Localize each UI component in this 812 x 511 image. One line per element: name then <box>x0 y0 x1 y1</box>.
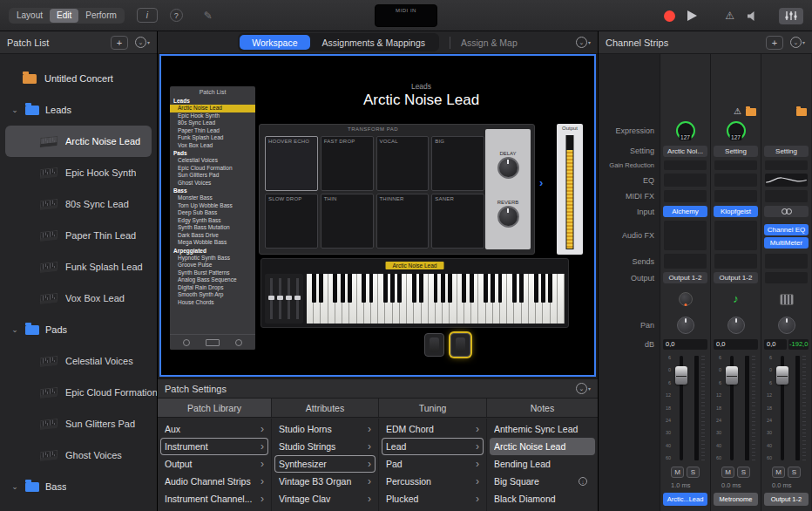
mini-patch-item[interactable]: Digital Rain Drops <box>170 284 255 292</box>
mini-patch-item[interactable]: 80s Sync Lead <box>170 119 255 127</box>
transform-pad[interactable]: VOCAL <box>376 136 430 191</box>
volume-fader[interactable] <box>730 356 734 460</box>
patch-row[interactable]: Celestial Voices <box>0 345 157 377</box>
next-page-chevron[interactable]: › <box>539 176 543 189</box>
eq-thumbnail[interactable] <box>765 174 808 187</box>
mini-patch-item[interactable]: Smooth Synth Arp <box>170 291 255 299</box>
strip-name[interactable]: Arctic...Lead <box>663 493 707 506</box>
patch-row[interactable]: Arctic Noise Lead <box>5 126 152 157</box>
chevron-down-icon[interactable]: ⌄ <box>10 106 19 114</box>
black-key[interactable] <box>498 274 503 303</box>
black-key[interactable] <box>434 274 438 303</box>
audio-fx-slot[interactable] <box>714 221 757 249</box>
tab-attributes[interactable]: Attributes <box>272 399 379 417</box>
black-key[interactable] <box>548 274 552 303</box>
add-patch-button[interactable]: + <box>111 36 128 50</box>
transform-pad[interactable]: THINNER <box>376 194 430 249</box>
black-key[interactable] <box>484 274 488 303</box>
black-key[interactable] <box>470 274 474 303</box>
tab-tuning[interactable]: Tuning <box>379 399 487 417</box>
patch-row[interactable]: Funk Splash Lead <box>0 251 157 283</box>
library-item[interactable]: Vintage Clav› <box>272 490 378 508</box>
patch-group-row[interactable]: ⌄Pads <box>0 314 157 345</box>
mini-patch-item[interactable]: Paper Thin Lead <box>170 127 255 135</box>
library-item[interactable]: Vintage B3 Organ› <box>272 473 378 490</box>
black-key[interactable] <box>448 274 452 303</box>
black-key[interactable] <box>312 274 316 303</box>
concert-row[interactable]: Untitled Concert <box>0 63 157 94</box>
mute-button[interactable]: M <box>671 467 684 478</box>
patch-row[interactable]: Epic Cloud Formation <box>0 377 157 408</box>
library-item[interactable]: Black Diamond <box>487 490 598 508</box>
setting-field[interactable]: Setting <box>764 146 809 157</box>
gain-reduction-slot[interactable] <box>664 160 707 171</box>
volume-fader[interactable] <box>680 356 683 460</box>
audio-fx-plugin[interactable]: Channel EQ <box>764 224 809 235</box>
strip-name[interactable]: Output 1-2 <box>764 493 809 506</box>
black-key[interactable] <box>412 274 416 303</box>
mini-patch-item[interactable]: Vox Box Lead <box>170 142 255 150</box>
expression-knob[interactable]: 127 <box>676 121 695 140</box>
solo-button[interactable]: S <box>788 467 801 478</box>
mini-patch-item[interactable]: Mega Wobble Bass <box>170 239 255 247</box>
black-key[interactable] <box>419 274 423 303</box>
edit-pencil-icon[interactable]: ✎ <box>204 10 213 22</box>
transform-pad[interactable]: SLOW DROP <box>265 194 318 249</box>
workspace-screen[interactable]: Leads Arctic Noise Lead Patch List Leads… <box>159 54 596 377</box>
pan-knob[interactable] <box>727 317 745 334</box>
patch-row[interactable]: 80s Sync Lead <box>0 188 157 220</box>
patch-row[interactable]: Epic Hook Synth <box>0 157 157 188</box>
library-item[interactable]: Bending Lead <box>487 455 598 473</box>
patch-row[interactable]: Monster Bass <box>0 502 157 511</box>
mini-patch-item[interactable]: Edgy Synth Bass <box>170 217 255 225</box>
reverb-knob[interactable] <box>497 206 519 228</box>
library-item[interactable]: Instrument› <box>160 438 268 455</box>
play-button[interactable] <box>687 10 697 21</box>
tab-assignments-mappings[interactable]: Assignments & Mappings <box>310 35 437 50</box>
volume-value[interactable]: 0,0 <box>714 339 758 350</box>
sends-slot[interactable] <box>765 254 808 268</box>
patch-group-row[interactable]: ⌄Leads <box>0 94 157 126</box>
midi-fx-slot[interactable] <box>714 190 757 202</box>
library-item[interactable]: Output› <box>158 455 271 473</box>
mini-patch-item[interactable]: Synth Bass Mutation <box>170 224 255 232</box>
output-field[interactable]: Output 1-2 <box>663 272 707 283</box>
black-key[interactable] <box>491 274 495 303</box>
workspace-menu-button[interactable]: ⌄▾ <box>576 37 591 48</box>
mini-patch-item[interactable]: Epic Cloud Formation <box>170 165 255 173</box>
mini-patch-item[interactable]: Deep Sub Bass <box>170 209 255 217</box>
input-plugin[interactable]: Klopfgeist <box>714 206 758 217</box>
library-item[interactable]: Synthesizer› <box>274 455 376 473</box>
fader-cap[interactable] <box>675 366 687 385</box>
add-channel-strip-button[interactable]: + <box>766 36 783 50</box>
channel-strips-menu-button[interactable]: ⌄▾ <box>790 37 805 48</box>
tab-notes[interactable]: Notes <box>487 399 598 417</box>
setting-field[interactable]: Arctic Noi... <box>663 146 707 157</box>
mini-patch-item[interactable]: Funk Splash Lead <box>170 134 255 142</box>
fader-cap[interactable] <box>776 366 788 385</box>
channel-strip-output[interactable]: Setting Channel EQ MultiMeter <box>761 54 811 511</box>
help-button[interactable]: ? <box>170 9 183 22</box>
library-item[interactable]: Anthemic Sync Lead <box>487 420 598 438</box>
pan-knob[interactable] <box>677 317 694 334</box>
gain-reduction-slot[interactable] <box>714 160 757 171</box>
black-key[interactable] <box>369 274 374 303</box>
sends-slot[interactable] <box>664 254 707 268</box>
mini-patch-item[interactable]: Sun Glitters Pad <box>170 172 255 180</box>
mini-patch-item[interactable]: Hypnotic Synth Bass <box>170 255 255 262</box>
patch-row[interactable]: Vox Box Lead <box>0 283 157 314</box>
mode-edit-button[interactable]: Edit <box>50 9 78 23</box>
volume-value[interactable]: 0,0 <box>764 339 787 350</box>
channel-strip-arctic-noise-lead[interactable]: 127 Arctic Noi... Alchemy Output 1-2 0,0… <box>660 54 710 511</box>
setting-field[interactable]: Setting <box>714 146 758 157</box>
patch-list-menu-button[interactable]: ⌄▾ <box>135 37 150 48</box>
master-mute-icon[interactable] <box>747 10 760 22</box>
fader-cap[interactable] <box>726 366 738 385</box>
library-item[interactable]: Pad› <box>379 455 486 473</box>
patch-group-row[interactable]: ⌄Bass <box>0 471 157 502</box>
black-key[interactable] <box>462 274 466 303</box>
volume-value[interactable]: 0,0 <box>663 339 707 350</box>
audio-fx-plugin[interactable]: MultiMeter <box>764 237 809 249</box>
volume-fader[interactable] <box>781 356 784 460</box>
mini-patch-item[interactable]: Groove Pulse <box>170 262 255 269</box>
